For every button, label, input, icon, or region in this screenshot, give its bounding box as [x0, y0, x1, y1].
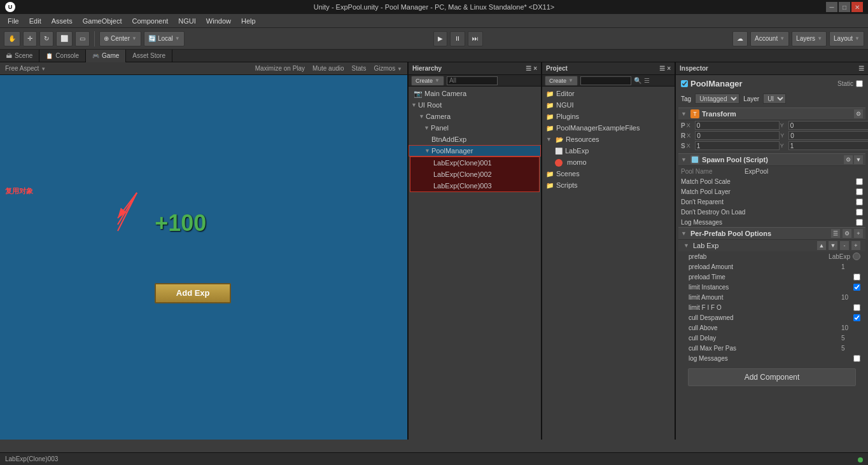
lab-exp-up[interactable]: ▲	[817, 241, 826, 250]
spawn-pool-settings[interactable]: ⚙	[844, 155, 853, 164]
lab-exp-down[interactable]: ▼	[829, 241, 837, 250]
menu-gameobject[interactable]: GameObject	[78, 16, 127, 26]
project-folder-resources[interactable]: ▼ 📂 Resources	[542, 134, 675, 145]
scale-tool[interactable]: ⬜	[56, 31, 73, 46]
spawn-pool-more[interactable]: ▼	[854, 155, 863, 164]
tab-scene[interactable]: 🏔 Scene	[0, 50, 39, 62]
project-folder-plugins[interactable]: 📁 Plugins	[542, 111, 675, 122]
rotate-tool[interactable]: ↻	[39, 31, 53, 46]
static-checkbox[interactable]	[856, 80, 863, 87]
hierarchy-item-panel[interactable]: ▼ Panel	[409, 122, 541, 134]
pos-x-input[interactable]	[695, 121, 780, 130]
menu-edit[interactable]: Edit	[24, 16, 46, 26]
layers-button[interactable]: Layers ▼	[792, 31, 827, 46]
inspector-options[interactable]: ☰	[858, 65, 864, 72]
hierarchy-item-poolmanager[interactable]: ▼ PoolManager	[409, 145, 541, 156]
limit-amount-row: limit Amount 10	[678, 292, 865, 302]
rect-tool[interactable]: ▭	[75, 31, 90, 46]
per-prefab-add[interactable]: +	[854, 229, 863, 238]
lab-exp-add[interactable]: +	[851, 241, 860, 250]
step-button[interactable]: ⏭	[468, 31, 483, 46]
project-options[interactable]: ☰ ×	[659, 65, 671, 72]
transform-component-header[interactable]: ▼ T Transform ⚙	[678, 108, 865, 120]
menu-assets[interactable]: Assets	[46, 16, 78, 26]
spawn-pool-title: Spawn Pool (Script)	[702, 156, 841, 163]
stats-button[interactable]: Stats	[349, 65, 369, 72]
prefab-circle-icon[interactable]	[853, 253, 860, 260]
menu-help[interactable]: Help	[236, 16, 261, 26]
hierarchy-options[interactable]: ☰ ×	[526, 65, 537, 72]
minimize-button[interactable]: ─	[826, 2, 837, 12]
menu-ngui[interactable]: NGUI	[173, 16, 201, 26]
rot-y-input[interactable]	[788, 131, 868, 140]
pause-button[interactable]: ⏸	[450, 31, 465, 46]
dont-reparent-checkbox[interactable]	[856, 198, 863, 205]
cloud-button[interactable]: ☁	[732, 31, 748, 46]
lab-exp-header[interactable]: ▼ Lab Exp ▲ ▼ - +	[678, 240, 865, 251]
menu-window[interactable]: Window	[201, 16, 236, 26]
project-folder-scripts[interactable]: 📁 Scripts	[542, 179, 675, 191]
close-button[interactable]: ✕	[851, 2, 863, 12]
hierarchy-item-labexp002[interactable]: LabExp(Clone)002	[410, 169, 539, 180]
project-prefab-momo[interactable]: momo	[542, 156, 675, 168]
hierarchy-search-input[interactable]	[447, 76, 498, 85]
project-search-input[interactable]	[580, 76, 631, 85]
tag-select[interactable]: Untagged	[695, 94, 739, 104]
preload-time-checkbox[interactable]	[853, 274, 860, 281]
log-messages-checkbox[interactable]	[856, 219, 863, 226]
move-tool[interactable]: ✛	[23, 31, 37, 46]
layout-button[interactable]: Layout ▼	[829, 31, 864, 46]
project-folder-poolmanager[interactable]: 📁 PoolManagerExampleFiles	[542, 122, 675, 134]
sub-log-messages-checkbox[interactable]	[853, 355, 860, 362]
hierarchy-item-btnaddexp[interactable]: BtnAddExp	[409, 134, 541, 145]
project-folder-scenes[interactable]: 📁 Scenes	[542, 168, 675, 179]
hierarchy-item-labexp003[interactable]: LabExp(Clone)003	[410, 180, 539, 191]
hierarchy-item-labexp001[interactable]: LabExp(Clone)001	[410, 157, 539, 169]
maximize-button[interactable]: □	[839, 2, 850, 12]
limit-instances-checkbox[interactable]	[853, 284, 860, 291]
tab-asset-store[interactable]: Asset Store	[126, 50, 172, 62]
gizmos-button[interactable]: Gizmos ▼	[371, 65, 405, 72]
per-prefab-header[interactable]: ▼ Per-Prefab Pool Options ☰ ⚙ +	[678, 227, 865, 240]
scale-x-input[interactable]	[695, 141, 780, 150]
account-button[interactable]: Account ▼	[750, 31, 789, 46]
rot-x-input[interactable]	[695, 131, 780, 140]
project-create-button[interactable]: Create ▼	[545, 76, 578, 86]
hierarchy-create-button[interactable]: Create ▼	[411, 76, 444, 86]
pos-y-input[interactable]	[788, 121, 868, 130]
tab-console[interactable]: 📋 Console	[39, 50, 86, 62]
dont-destroy-checkbox[interactable]	[856, 209, 863, 216]
project-prefab-labexp[interactable]: ⬜ LabExp	[542, 145, 675, 156]
mute-audio[interactable]: Mute audio	[310, 65, 346, 72]
layer-select[interactable]: UI	[763, 94, 786, 104]
match-pool-layer-checkbox[interactable]	[856, 188, 863, 195]
hierarchy-item-ui-root[interactable]: ▼ UI Root	[409, 99, 541, 111]
menu-component[interactable]: Component	[127, 16, 173, 26]
scale-y-input[interactable]	[788, 141, 868, 150]
spawn-pool-component-header[interactable]: ▼ Spawn Pool (Script) ⚙ ▼	[678, 153, 865, 166]
cull-delay-row: cull Delay 5	[678, 333, 865, 343]
lab-exp-minus[interactable]: -	[840, 241, 849, 250]
object-active-checkbox[interactable]	[681, 80, 688, 87]
hierarchy-item-camera[interactable]: ▼ Camera	[409, 111, 541, 122]
transform-settings[interactable]: ⚙	[854, 109, 863, 118]
per-prefab-settings[interactable]: ☰	[831, 229, 840, 238]
cull-despawned-checkbox[interactable]	[853, 314, 860, 321]
limit-fifo-checkbox[interactable]	[853, 304, 860, 311]
add-component-button[interactable]: Add Component	[688, 368, 857, 386]
project-folder-ngui[interactable]: 📁 NGUI	[542, 99, 675, 111]
per-prefab-gear[interactable]: ⚙	[843, 229, 851, 238]
aspect-dropdown[interactable]: Free Aspect ▼	[3, 65, 48, 72]
hierarchy-item-main-camera[interactable]: 📷 Main Camera	[409, 88, 541, 99]
add-exp-button[interactable]: Add Exp	[155, 283, 231, 303]
center-button[interactable]: ⊕ Center ▼	[99, 31, 141, 46]
menu-file[interactable]: File	[3, 16, 24, 26]
play-button[interactable]: ▶	[433, 31, 447, 46]
maximize-on-play[interactable]: Maximize on Play	[253, 65, 307, 72]
tab-game[interactable]: 🎮 Game	[86, 50, 126, 62]
project-folder-editor[interactable]: 📁 Editor	[542, 88, 675, 99]
prefab-label: prefab	[683, 253, 829, 260]
match-pool-scale-checkbox[interactable]	[856, 178, 863, 185]
hand-tool[interactable]: ✋	[4, 31, 20, 46]
local-button[interactable]: 🔄 Local ▼	[144, 31, 185, 46]
